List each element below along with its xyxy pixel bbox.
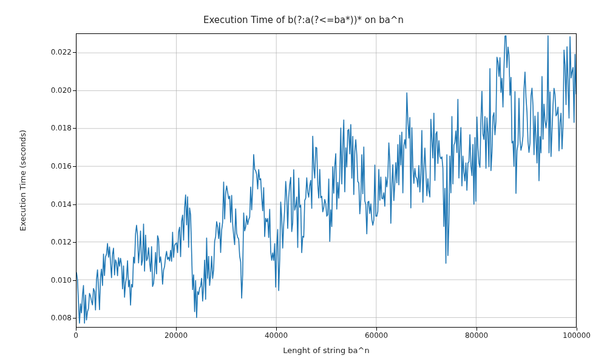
x-tick-label: 0	[73, 331, 78, 340]
figure: Execution Time of b(?:a(?<=ba*))* on ba^…	[0, 0, 607, 364]
plot-area	[76, 33, 577, 328]
y-tick-label: 0.008	[51, 314, 72, 322]
y-tick-label: 0.012	[51, 238, 72, 246]
y-tick-label: 0.020	[51, 86, 72, 95]
x-axis-label: Lenght of string ba^n	[76, 346, 577, 355]
y-tick-label: 0.010	[51, 276, 72, 285]
y-tick-label: 0.016	[51, 162, 72, 170]
x-tick-label: 20000	[164, 331, 188, 340]
series-line	[76, 36, 576, 323]
x-tick-label: 60000	[365, 331, 388, 340]
x-tick-label: 40000	[265, 331, 288, 340]
y-tick-label: 0.018	[51, 124, 72, 132]
y-axis-label: Execution Time (seconds)	[17, 33, 29, 328]
y-tick-label: 0.014	[51, 200, 72, 209]
chart-title: Execution Time of b(?:a(?<=ba*))* on ba^…	[0, 15, 607, 25]
x-tick-label: 100000	[563, 331, 591, 340]
x-tick-label: 80000	[465, 331, 488, 340]
plot-svg	[76, 34, 576, 327]
y-tick-label: 0.022	[51, 48, 72, 56]
